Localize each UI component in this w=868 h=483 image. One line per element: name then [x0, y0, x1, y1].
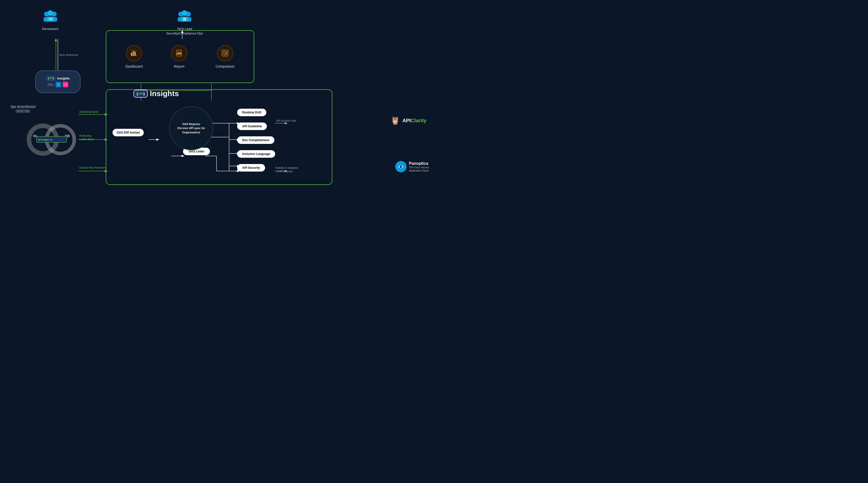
central-circle: OAS Registry (Version API spec for Organ…: [169, 106, 213, 150]
bottom-panel-box: OAS Diff toolset OAS Linter OAS Registry…: [106, 89, 332, 185]
svg-text:⊕: ⊕: [224, 51, 227, 55]
svg-point-66: [400, 165, 402, 168]
svg-text:API Insights CLI: API Insights CLI: [38, 139, 53, 141]
api-security-label: API Security: [242, 166, 260, 169]
oas-linter-label: OAS Linter: [189, 150, 205, 153]
panoptica-subtitle-line1: The Cisco Secure: [409, 166, 429, 169]
dashboard-item: Dashboard: [125, 45, 143, 68]
apiclarity-api-text: API: [402, 118, 411, 123]
panoptica-title: Panoptica: [409, 161, 429, 166]
oas-diff-pill: OAS Diff toolset: [113, 129, 144, 136]
svg-rect-54: [131, 53, 132, 56]
runtime-drift-label: Runtime Drift: [242, 111, 261, 114]
doc-completeness-pill: Doc Completeness: [237, 136, 274, 144]
panoptica-subtitle-line2: Application Cloud: [409, 169, 429, 172]
comparison-icon: ⊕: [217, 45, 234, 61]
dashboard-icon: [126, 45, 142, 61]
central-title-line3: Organization): [182, 131, 200, 134]
comparison-label: Comparison: [216, 64, 235, 68]
panoptica-icon: [395, 161, 407, 172]
report-icon: [171, 45, 187, 61]
api-guideline-label: API Guideline: [242, 125, 262, 128]
svg-text:Upload New Revision: Upload New Revision: [79, 166, 105, 169]
report-item: Report: [171, 45, 187, 68]
api-security-pill: API Security: [237, 164, 265, 171]
svg-text:Latest Spec: Latest Spec: [79, 138, 94, 141]
vscode-icon: ⟨⟩: [56, 82, 61, 87]
svg-text:👔: 👔: [183, 18, 186, 21]
svg-text:Analysing Spec: Analysing Spec: [79, 110, 98, 113]
developers-icon: </>: [41, 10, 59, 25]
oas-diff-label: OAS Diff toolset: [117, 131, 140, 134]
developers-label: Developers: [42, 27, 59, 31]
inclusive-language-pill: Inclusive Language: [237, 150, 275, 158]
insights-label-small: Insights: [57, 76, 70, 80]
doc-completeness-label: Doc Completeness: [242, 138, 269, 142]
central-circle-title: OAS Registry (Version API spec for Organ…: [175, 122, 208, 135]
comparison-item: ⊕ Comparison: [216, 45, 235, 68]
runtime-drift-pill: Runtime Drift: [237, 109, 266, 116]
apiclarity-text-box: APIClarity: [402, 118, 427, 124]
apiclarity-logo: 🦉 APIClarity: [390, 116, 427, 125]
cicd-loop: CI CD API Insights CLI: [23, 123, 81, 156]
insights-box: {API} Insights IDEs: ⟨⟩ IJ: [35, 70, 81, 93]
inclusive-language-label: Inclusive Language: [242, 152, 270, 156]
svg-point-45: [182, 10, 187, 16]
upload-spec-text: Upload Spec: [16, 109, 30, 112]
svg-rect-57: [131, 50, 137, 51]
central-title-line1: OAS Registry: [182, 123, 200, 126]
diagram-container: Spec Authoring Analysing Spec Spec Versi…: [0, 0, 434, 242]
spec-version-text: Spec Version/Revision: [10, 105, 36, 108]
svg-point-38: [48, 10, 53, 16]
central-title-line2: (Version API spec for: [177, 127, 205, 130]
svg-text:</>: </>: [49, 18, 53, 21]
ides-label: IDEs:: [48, 83, 54, 86]
intellij-icon: IJ: [63, 82, 68, 87]
svg-text:CI: CI: [33, 134, 36, 138]
panoptica-text-box: Panoptica The Cisco Secure Application C…: [409, 161, 429, 172]
top-panel-box: Dashboard Report ⊕: [106, 30, 254, 83]
apiclarity-owl-icon: 🦉: [390, 116, 400, 125]
api-braces-small: {API}: [46, 76, 56, 80]
apiclarity-clarity-text: Clarity: [411, 118, 427, 123]
svg-rect-61: [180, 52, 181, 55]
api-guideline-pill: API Guideline: [237, 123, 267, 130]
svg-text:Analysing: Analysing: [79, 134, 91, 137]
dashboard-label: Dashboard: [125, 64, 143, 68]
developers-persona: </> Developers: [41, 10, 59, 31]
report-label: Report: [174, 64, 184, 68]
panoptica-logo: Panoptica The Cisco Secure Application C…: [395, 161, 429, 172]
svg-text:Spec Authoring: Spec Authoring: [59, 53, 78, 56]
svg-rect-55: [133, 51, 134, 56]
upload-spec-label: Upload Spec: [16, 108, 30, 112]
techlead-icon: 👔: [176, 10, 193, 25]
svg-rect-56: [134, 52, 136, 56]
